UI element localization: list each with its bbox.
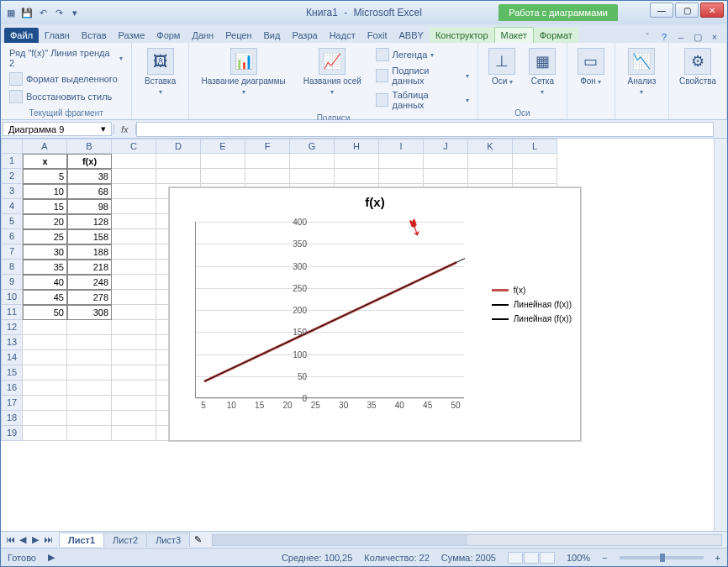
row-header[interactable]: 1 bbox=[1, 154, 23, 169]
legend-item[interactable]: f(x) bbox=[492, 286, 572, 295]
chart-title-text[interactable]: f(x) bbox=[170, 188, 580, 213]
sheet-tab[interactable]: Лист3 bbox=[146, 533, 190, 547]
data-table-button[interactable]: Таблица данных bbox=[372, 88, 473, 112]
column-header[interactable]: E bbox=[201, 139, 245, 154]
cell[interactable] bbox=[245, 154, 290, 169]
cell[interactable] bbox=[112, 290, 156, 305]
column-header[interactable]: G bbox=[290, 139, 335, 154]
worksheet-grid[interactable]: ABCDEFGHIJKL 123456789101112131415161718… bbox=[1, 139, 727, 531]
data-labels-button[interactable]: Подписи данных bbox=[372, 64, 473, 87]
cell[interactable]: 30 bbox=[23, 244, 67, 260]
view-buttons[interactable] bbox=[508, 552, 555, 564]
cell[interactable]: 20 bbox=[23, 214, 67, 229]
row-header[interactable]: 7 bbox=[1, 244, 23, 260]
cell[interactable] bbox=[112, 365, 156, 381]
cell[interactable] bbox=[67, 381, 112, 396]
namebox-dropdown-icon[interactable]: ▾ bbox=[101, 123, 106, 134]
cell[interactable] bbox=[201, 169, 245, 184]
cell[interactable]: 158 bbox=[67, 229, 112, 244]
row-header[interactable]: 14 bbox=[1, 350, 23, 365]
cell[interactable]: 25 bbox=[23, 229, 67, 244]
cell[interactable] bbox=[201, 154, 245, 169]
column-header[interactable]: C bbox=[112, 139, 156, 154]
cell[interactable] bbox=[245, 169, 290, 184]
cell[interactable] bbox=[112, 396, 156, 411]
cell[interactable] bbox=[23, 426, 67, 441]
zoom-in-icon[interactable]: + bbox=[715, 553, 720, 563]
cell[interactable] bbox=[23, 396, 67, 411]
cell[interactable]: x bbox=[23, 154, 67, 169]
cell[interactable] bbox=[67, 350, 112, 365]
axis-titles-button[interactable]: 📈Названия осей bbox=[296, 46, 368, 112]
cell[interactable]: f(x) bbox=[67, 154, 112, 169]
mdi-minimize-icon[interactable]: – bbox=[675, 31, 687, 43]
macro-record-icon[interactable]: ▶ bbox=[48, 552, 55, 563]
cell[interactable] bbox=[112, 275, 156, 290]
sheet-tab[interactable]: Лист1 bbox=[59, 533, 104, 547]
column-header[interactable]: B bbox=[67, 139, 112, 154]
legend-button[interactable]: Легенда bbox=[372, 46, 473, 63]
cell[interactable] bbox=[112, 229, 156, 244]
tab-chart-design[interactable]: Конструктор bbox=[430, 28, 494, 43]
tab-addins[interactable]: Надст bbox=[324, 28, 361, 43]
cell[interactable] bbox=[67, 426, 112, 441]
tab-foxit[interactable]: Foxit bbox=[361, 28, 393, 43]
legend-item[interactable]: Линейная (f(x)) bbox=[492, 314, 572, 323]
save-icon[interactable]: 💾 bbox=[20, 6, 34, 19]
maximize-button[interactable]: ▢ bbox=[675, 3, 699, 18]
cell[interactable] bbox=[23, 335, 67, 350]
row-header[interactable]: 16 bbox=[1, 381, 23, 396]
cell[interactable]: 40 bbox=[23, 275, 67, 290]
row-header[interactable]: 5 bbox=[1, 214, 23, 229]
cell[interactable]: 128 bbox=[67, 214, 112, 229]
cell[interactable] bbox=[112, 411, 156, 426]
cell[interactable] bbox=[67, 335, 112, 350]
column-header[interactable]: I bbox=[379, 139, 424, 154]
cell[interactable]: 5 bbox=[23, 169, 67, 184]
formula-bar[interactable] bbox=[136, 122, 714, 137]
cell[interactable] bbox=[290, 154, 335, 169]
plot-area[interactable] bbox=[195, 222, 464, 398]
cell[interactable] bbox=[156, 169, 201, 184]
row-header[interactable]: 12 bbox=[1, 320, 23, 335]
column-header[interactable]: F bbox=[245, 139, 290, 154]
column-header[interactable]: J bbox=[424, 139, 468, 154]
cell[interactable] bbox=[23, 320, 67, 335]
sheet-nav-prev-icon[interactable]: ◀ bbox=[17, 534, 29, 545]
cell[interactable] bbox=[112, 214, 156, 229]
tab-developer[interactable]: Разра bbox=[286, 28, 323, 43]
cell[interactable] bbox=[67, 320, 112, 335]
axes-button[interactable]: ⊥Оси bbox=[483, 46, 520, 107]
name-box[interactable]: Диаграмма 9▾ bbox=[3, 122, 112, 136]
select-all-corner[interactable] bbox=[1, 139, 23, 154]
row-header[interactable]: 4 bbox=[1, 199, 23, 214]
tab-data[interactable]: Данн bbox=[186, 28, 219, 43]
sheet-nav-last-icon[interactable]: ⏭ bbox=[42, 534, 54, 545]
cell[interactable] bbox=[67, 411, 112, 426]
cell[interactable]: 45 bbox=[23, 290, 67, 305]
cell[interactable] bbox=[112, 154, 156, 169]
mdi-close-icon[interactable]: × bbox=[709, 31, 720, 43]
cell[interactable] bbox=[112, 381, 156, 396]
cell[interactable] bbox=[112, 426, 156, 441]
cell[interactable] bbox=[468, 154, 513, 169]
cell[interactable] bbox=[112, 335, 156, 350]
tab-view[interactable]: Вид bbox=[258, 28, 287, 43]
cell[interactable] bbox=[513, 154, 557, 169]
cell[interactable] bbox=[23, 411, 67, 426]
cell[interactable]: 10 bbox=[23, 184, 67, 199]
chart-legend[interactable]: f(x) Линейная (f(x)) Линейная (f(x)) bbox=[492, 281, 572, 328]
row-header[interactable]: 3 bbox=[1, 184, 23, 199]
undo-icon[interactable]: ↶ bbox=[36, 6, 50, 19]
tab-chart-layout[interactable]: Макет bbox=[494, 27, 534, 43]
cell[interactable] bbox=[468, 169, 513, 184]
cell[interactable] bbox=[67, 396, 112, 411]
reset-style-button[interactable]: Восстановить стиль bbox=[6, 88, 126, 105]
gridlines-button[interactable]: ▦Сетка bbox=[524, 46, 561, 107]
insert-button[interactable]: 🖼Вставка bbox=[137, 46, 183, 107]
row-header[interactable]: 8 bbox=[1, 260, 23, 275]
cell[interactable] bbox=[335, 154, 379, 169]
cell[interactable] bbox=[513, 169, 557, 184]
cell[interactable] bbox=[112, 260, 156, 275]
tab-file[interactable]: Файл bbox=[4, 28, 39, 43]
